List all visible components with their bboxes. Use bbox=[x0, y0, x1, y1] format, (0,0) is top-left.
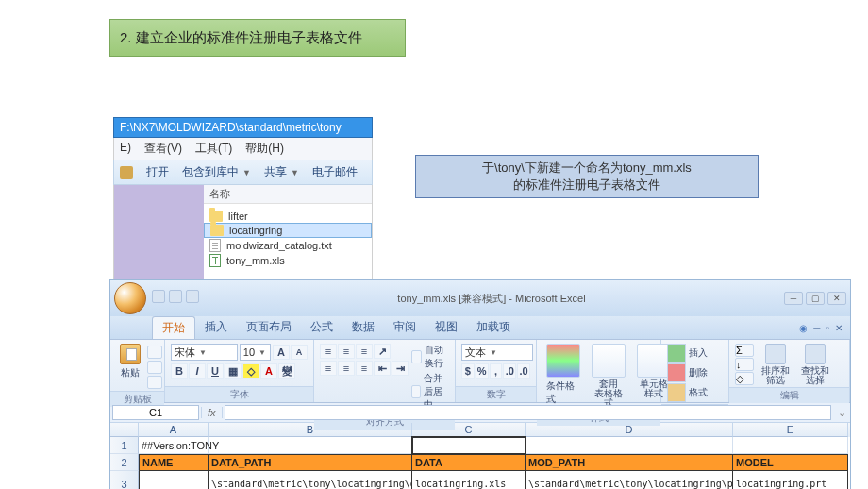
nav-pane[interactable] bbox=[114, 185, 204, 287]
cell-b3[interactable]: \standard\metric\tony\locatingring\data bbox=[209, 471, 412, 489]
conditional-format-button[interactable]: 条件格式 bbox=[542, 344, 584, 406]
fill-icon[interactable]: ↓ bbox=[735, 358, 754, 371]
select-all-corner[interactable] bbox=[110, 423, 139, 437]
cell-c2[interactable]: DATA bbox=[412, 454, 526, 471]
cell-e1[interactable] bbox=[733, 437, 848, 454]
name-box[interactable]: C1 bbox=[112, 405, 199, 420]
find-select-button[interactable]: 查找和 选择 bbox=[797, 344, 833, 385]
copy-icon[interactable] bbox=[147, 361, 162, 374]
format-table-button[interactable]: 套用 表格格式 bbox=[588, 344, 629, 408]
sort-filter-button[interactable]: 排序和 筛选 bbox=[758, 344, 793, 385]
row-header-1[interactable]: 1 bbox=[110, 437, 139, 454]
border-button[interactable]: ▦ bbox=[225, 363, 242, 379]
col-header-e[interactable]: E bbox=[733, 423, 848, 437]
row-header-2[interactable]: 2 bbox=[110, 454, 139, 471]
toolbar-open[interactable]: 打开 bbox=[146, 164, 169, 180]
align-mid-icon[interactable]: ≡ bbox=[338, 344, 355, 359]
align-bot-icon[interactable]: ≡ bbox=[356, 344, 373, 359]
cell-a3[interactable] bbox=[139, 471, 209, 489]
expand-formula-icon[interactable]: ⌄ bbox=[833, 407, 850, 419]
office-button[interactable] bbox=[114, 282, 146, 314]
tab-formula[interactable]: 公式 bbox=[301, 316, 342, 339]
paste-button[interactable]: 粘贴 bbox=[116, 344, 144, 379]
qat-undo-icon[interactable] bbox=[169, 290, 182, 303]
font-size-combo[interactable]: 10▼ bbox=[240, 344, 271, 361]
address-bar[interactable]: F:\NX7\MOLDWIZARD\standard\metric\tony bbox=[113, 117, 373, 138]
cell-a2[interactable]: NAME bbox=[139, 454, 209, 471]
font-color-button[interactable]: A bbox=[260, 363, 277, 379]
qat-save-icon[interactable] bbox=[152, 290, 165, 303]
minimize-button[interactable]: ─ bbox=[784, 292, 803, 305]
menu-edit[interactable]: E) bbox=[120, 141, 131, 157]
cell-d1[interactable] bbox=[526, 437, 733, 454]
cell-c1[interactable] bbox=[412, 437, 526, 454]
wrap-text-button[interactable]: 自动换行 bbox=[411, 344, 449, 370]
clear-icon[interactable]: ◇ bbox=[735, 372, 754, 385]
shrink-font-icon[interactable]: A bbox=[291, 345, 308, 360]
italic-button[interactable]: I bbox=[189, 363, 206, 379]
align-center-icon[interactable]: ≡ bbox=[338, 361, 355, 376]
qat-redo-icon[interactable] bbox=[186, 290, 199, 303]
tab-insert[interactable]: 插入 bbox=[195, 316, 237, 339]
grow-font-icon[interactable]: A bbox=[273, 345, 290, 360]
folder-locatingring[interactable]: locatingring bbox=[204, 223, 372, 238]
file-catalog-txt[interactable]: moldwizard_catalog.txt bbox=[204, 238, 372, 253]
ribbon-restore-button[interactable]: ▫ bbox=[826, 323, 829, 333]
orientation-icon[interactable]: ↗ bbox=[374, 344, 391, 359]
col-header-d[interactable]: D bbox=[526, 423, 733, 437]
indent-inc-icon[interactable]: ⇥ bbox=[392, 361, 409, 376]
organize-icon[interactable] bbox=[120, 166, 133, 179]
phonetic-button[interactable]: 變 bbox=[278, 363, 295, 379]
ribbon-min-button[interactable]: ─ bbox=[813, 323, 820, 333]
align-top-icon[interactable]: ≡ bbox=[320, 344, 337, 359]
menu-tools[interactable]: 工具(T) bbox=[195, 141, 232, 157]
indent-dec-icon[interactable]: ⇤ bbox=[374, 361, 391, 376]
maximize-button[interactable]: ▢ bbox=[806, 292, 825, 305]
column-header-name[interactable]: 名称 bbox=[204, 185, 372, 204]
fx-icon[interactable]: fx bbox=[201, 407, 223, 418]
align-left-icon[interactable]: ≡ bbox=[320, 361, 337, 376]
dec-decimal-icon[interactable]: .0 bbox=[517, 363, 530, 379]
cell-a1[interactable]: ##Version:TONY bbox=[139, 437, 209, 454]
folder-lifter[interactable]: lifter bbox=[204, 210, 372, 223]
underline-button[interactable]: U bbox=[207, 363, 224, 379]
cell-d2[interactable]: MOD_PATH bbox=[526, 454, 733, 471]
bold-button[interactable]: B bbox=[171, 363, 188, 379]
cell-b2[interactable]: DATA_PATH bbox=[209, 454, 412, 471]
tab-view[interactable]: 视图 bbox=[426, 316, 467, 339]
col-header-a[interactable]: A bbox=[139, 423, 209, 437]
row-header-3[interactable]: 3 bbox=[110, 471, 139, 489]
percent-icon[interactable]: % bbox=[476, 363, 489, 379]
ribbon-close-button[interactable]: ✕ bbox=[835, 323, 843, 333]
align-right-icon[interactable]: ≡ bbox=[356, 361, 373, 376]
cut-icon[interactable] bbox=[147, 346, 162, 359]
menu-view[interactable]: 查看(V) bbox=[144, 141, 182, 157]
currency-icon[interactable]: $ bbox=[461, 363, 475, 379]
tab-home[interactable]: 开始 bbox=[152, 316, 195, 339]
delete-cells-button[interactable]: 删除 bbox=[667, 363, 708, 382]
tab-review[interactable]: 审阅 bbox=[384, 316, 426, 339]
comma-icon[interactable]: , bbox=[490, 363, 503, 379]
number-format-combo[interactable]: 文本▼ bbox=[461, 344, 533, 361]
close-button[interactable]: ✕ bbox=[827, 292, 846, 305]
formula-input[interactable] bbox=[225, 405, 831, 420]
tab-addin[interactable]: 加载项 bbox=[467, 316, 520, 339]
tab-data[interactable]: 数据 bbox=[342, 316, 384, 339]
autosum-icon[interactable]: Σ bbox=[735, 344, 754, 357]
cell-c3[interactable]: locatingring.xls bbox=[412, 471, 526, 489]
help-icon[interactable]: ◉ bbox=[799, 323, 808, 333]
toolbar-email[interactable]: 电子邮件 bbox=[312, 164, 358, 180]
file-tony-mm-xls[interactable]: tony_mm.xls bbox=[204, 253, 372, 268]
cell-b1[interactable] bbox=[209, 437, 412, 454]
tab-layout[interactable]: 页面布局 bbox=[237, 316, 301, 339]
format-cells-button[interactable]: 格式 bbox=[667, 383, 708, 402]
fill-color-button[interactable]: ◇ bbox=[242, 363, 259, 379]
col-header-c[interactable]: C bbox=[412, 423, 526, 437]
col-header-b[interactable]: B bbox=[209, 423, 412, 437]
cell-e3[interactable]: locatingring.prt bbox=[733, 471, 848, 489]
cell-d3[interactable]: \standard\metric\tony\locatingring\part bbox=[526, 471, 733, 489]
cell-e2[interactable]: MODEL bbox=[733, 454, 848, 471]
toolbar-include[interactable]: 包含到库中 bbox=[182, 164, 239, 180]
menu-help[interactable]: 帮助(H) bbox=[245, 141, 284, 157]
insert-cells-button[interactable]: 插入 bbox=[667, 344, 708, 363]
